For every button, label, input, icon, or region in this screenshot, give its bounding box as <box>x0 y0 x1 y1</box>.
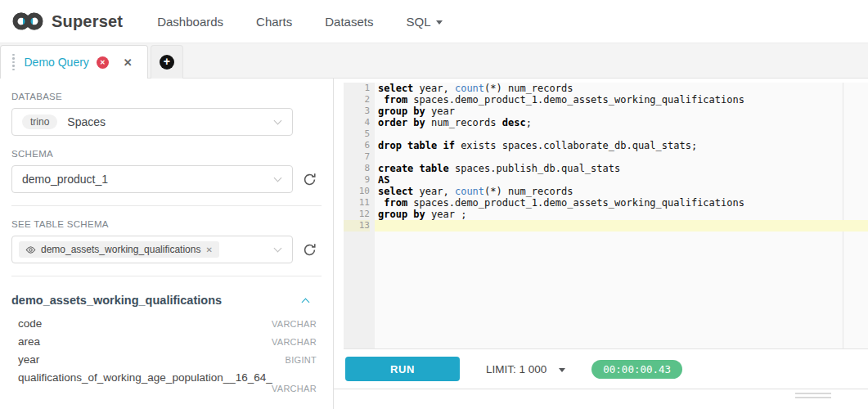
tab-label[interactable]: Demo Query <box>25 56 89 69</box>
table-name-title: demo_assets_working_qualifications <box>11 294 222 307</box>
code-line[interactable] <box>375 220 868 231</box>
gutter-line-number: 9 <box>344 174 370 186</box>
schema-label: SCHEMA <box>11 149 322 159</box>
plus-icon: + <box>160 55 174 70</box>
schema-column-row: yearBIGINT <box>11 350 322 368</box>
editor-toolbar: RUN LIMIT: 1 000 00:00:00.43 <box>334 349 868 389</box>
south-pane-strip <box>334 389 868 409</box>
gutter-line-number: 11 <box>344 197 370 209</box>
brand-name: Superset <box>52 12 123 31</box>
schema-column-row: areaVARCHAR <box>11 332 322 350</box>
refresh-icon <box>303 173 317 187</box>
column-name: qualifications_of_working_age_population… <box>18 371 272 384</box>
refresh-tables-button[interactable] <box>300 240 318 258</box>
code-line[interactable]: drop table if exists spaces.collaborate_… <box>378 140 868 151</box>
nav-item-dashboards[interactable]: Dashboards <box>141 15 240 29</box>
schema-select[interactable]: demo_product_1 <box>11 165 293 193</box>
run-button[interactable]: RUN <box>345 357 460 381</box>
drag-dots-icon[interactable] <box>12 54 15 71</box>
chevron-up-icon[interactable] <box>302 298 310 306</box>
column-type: VARCHAR <box>272 384 317 393</box>
chevron-down-icon <box>274 245 282 253</box>
gutter-line-number: 2 <box>344 94 370 106</box>
chevron-down-icon <box>274 174 282 182</box>
remove-table-icon[interactable]: ✕ <box>205 245 212 254</box>
gutter-line-number: 6 <box>344 140 370 151</box>
selected-table-name: demo_assets_working_qualifications <box>41 244 200 255</box>
see-table-schema-label: SEE TABLE SCHEMA <box>11 219 322 229</box>
database-value: Spaces <box>67 115 106 128</box>
column-name: area <box>18 335 40 348</box>
database-label: DATABASE <box>11 92 322 101</box>
column-list: codeVARCHARareaVARCHARyearBIGINTqualific… <box>11 314 322 396</box>
column-name: code <box>18 317 42 330</box>
eye-icon <box>25 245 36 255</box>
column-type: VARCHAR <box>272 337 317 347</box>
gutter-line-number: 12 <box>344 209 370 220</box>
code-line[interactable]: from spaces.demo_product_1.demo_assets_w… <box>378 197 868 209</box>
add-tab-button[interactable]: + <box>151 45 183 79</box>
editor-gutter: 12345678910111213 <box>344 83 375 348</box>
nav-item-sql[interactable]: SQL <box>389 15 459 29</box>
drag-handle-icon[interactable] <box>795 393 831 401</box>
sql-lab-main: DATABASE trino Spaces SCHEMA demo_produc… <box>0 79 868 409</box>
code-line[interactable]: select year, count(*) num_records <box>378 186 868 197</box>
code-line[interactable]: create table spaces.publish_db.qual_stat… <box>378 163 868 174</box>
selected-table-tag: demo_assets_working_qualifications ✕ <box>19 241 219 258</box>
limit-label: LIMIT: 1 000 <box>486 363 546 375</box>
nav-item-sql-label: SQL <box>406 15 430 29</box>
nav-item-charts[interactable]: Charts <box>240 15 308 29</box>
refresh-schemas-button[interactable] <box>300 170 318 188</box>
refresh-icon <box>303 243 317 257</box>
column-type: VARCHAR <box>272 319 317 329</box>
schema-column-row: qualifications_of_working_age_population… <box>11 368 322 396</box>
tab-demo-query[interactable]: Demo Query ✕ ✕ <box>0 45 148 79</box>
code-line[interactable]: order by num_records desc; <box>378 117 868 128</box>
table-schema-header[interactable]: demo_assets_working_qualifications <box>11 294 322 307</box>
engine-badge: trino <box>22 115 57 129</box>
gutter-line-number: 8 <box>344 163 370 174</box>
gutter-line-number: 13 <box>344 220 370 231</box>
superset-infinity-icon <box>11 11 44 32</box>
schema-value: demo_product_1 <box>22 173 108 186</box>
unsaved-close-icon[interactable]: ✕ <box>97 56 109 69</box>
caret-down-icon <box>436 20 443 25</box>
gutter-line-number: 7 <box>344 151 370 163</box>
top-navbar: Superset Dashboards Charts Datasets SQL <box>0 0 868 43</box>
code-line[interactable]: group by year <box>378 106 868 117</box>
sql-lab-sidebar: DATABASE trino Spaces SCHEMA demo_produc… <box>0 79 333 409</box>
limit-dropdown[interactable]: LIMIT: 1 000 <box>486 363 565 375</box>
code-line[interactable] <box>378 151 868 163</box>
sql-code-editor[interactable]: 12345678910111213 select year, count(*) … <box>344 83 868 349</box>
gutter-line-number: 4 <box>344 117 370 128</box>
gutter-line-number: 1 <box>344 83 370 94</box>
caret-down-icon <box>559 368 565 372</box>
column-type: BIGINT <box>286 355 317 365</box>
superset-logo[interactable]: Superset <box>11 11 123 32</box>
code-line[interactable] <box>378 128 868 140</box>
database-select[interactable]: trino Spaces <box>11 108 293 136</box>
divider <box>11 276 322 276</box>
schema-column-row: codeVARCHAR <box>11 314 322 332</box>
code-line[interactable]: group by year ; <box>378 209 868 220</box>
main-nav: Dashboards Charts Datasets SQL <box>141 15 459 29</box>
table-schema-select[interactable]: demo_assets_working_qualifications ✕ <box>11 236 293 263</box>
query-timer-badge: 00:00:00.43 <box>591 360 682 379</box>
divider <box>11 205 322 206</box>
code-line[interactable]: AS <box>378 174 868 186</box>
code-line[interactable]: from spaces.demo_product_1.demo_assets_w… <box>378 94 868 106</box>
close-tab-icon[interactable]: ✕ <box>124 56 133 69</box>
gutter-line-number: 10 <box>344 186 370 197</box>
nav-item-datasets[interactable]: Datasets <box>308 15 389 29</box>
column-name: year <box>18 353 39 366</box>
query-tabbar: Demo Query ✕ ✕ + <box>0 43 868 79</box>
editor-code[interactable]: select year, count(*) num_records from s… <box>375 83 868 348</box>
gutter-line-number: 5 <box>344 128 370 140</box>
chevron-down-icon <box>274 117 282 125</box>
sql-editor-pane: 12345678910111213 select year, count(*) … <box>334 79 868 409</box>
code-line[interactable]: select year, count(*) num_records <box>378 83 868 94</box>
gutter-line-number: 3 <box>344 106 370 117</box>
